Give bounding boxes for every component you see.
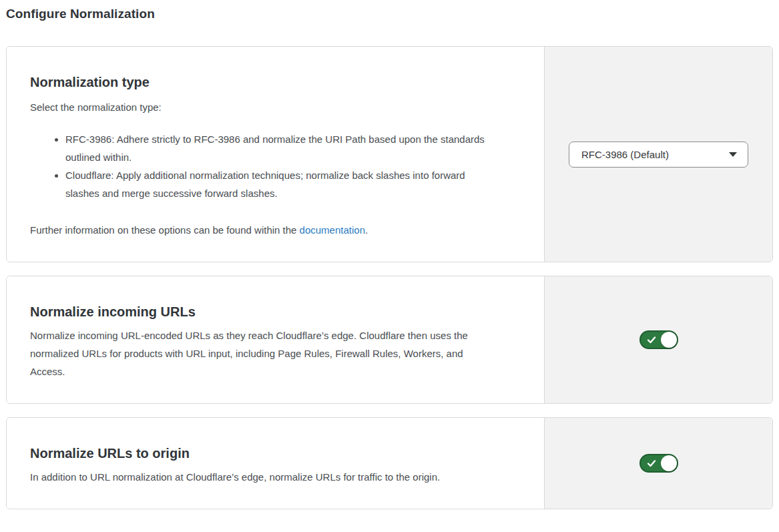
list-item: Cloudflare: Apply additional normalizati… bbox=[65, 166, 491, 202]
card-title: Normalize URLs to origin bbox=[30, 444, 517, 463]
toggle-knob bbox=[661, 455, 677, 471]
card-content: Normalize URLs to origin In addition to … bbox=[7, 418, 544, 509]
card-normalize-incoming-urls: Normalize incoming URLs Normalize incomi… bbox=[6, 276, 773, 404]
card-description: Normalize incoming URL-encoded URLs as t… bbox=[30, 326, 491, 380]
card-title: Normalization type bbox=[30, 73, 517, 91]
card-intro: Select the normalization type: bbox=[30, 98, 491, 116]
page-title: Configure Normalization bbox=[6, 7, 773, 21]
card-control-panel: RFC-3986 (Default) bbox=[544, 47, 772, 262]
list-item: RFC-3986: Adhere strictly to RFC-3986 an… bbox=[65, 130, 491, 166]
card-control-panel bbox=[544, 418, 772, 509]
select-value: RFC-3986 (Default) bbox=[581, 149, 729, 160]
footer-period: . bbox=[365, 224, 368, 236]
card-description: In addition to URL normalization at Clou… bbox=[30, 468, 491, 486]
card-content: Normalize incoming URLs Normalize incomi… bbox=[7, 276, 544, 403]
toggle-knob bbox=[661, 332, 677, 348]
card-control-panel bbox=[544, 276, 772, 403]
normalization-type-select[interactable]: RFC-3986 (Default) bbox=[569, 142, 748, 168]
card-content: Normalization type Select the normalizat… bbox=[7, 47, 544, 262]
check-icon bbox=[647, 335, 656, 344]
check-icon bbox=[647, 459, 656, 468]
footer-text: Further information on these options can… bbox=[30, 224, 300, 236]
card-normalization-type: Normalization type Select the normalizat… bbox=[6, 46, 773, 262]
normalize-incoming-urls-toggle[interactable] bbox=[639, 330, 678, 349]
chevron-down-icon bbox=[729, 152, 737, 157]
documentation-link[interactable]: documentation bbox=[300, 224, 365, 236]
normalize-urls-to-origin-toggle[interactable] bbox=[639, 454, 678, 473]
normalization-options-list: RFC-3986: Adhere strictly to RFC-3986 an… bbox=[30, 130, 491, 202]
card-normalize-urls-to-origin: Normalize URLs to origin In addition to … bbox=[6, 417, 773, 509]
card-footer-text: Further information on these options can… bbox=[30, 221, 491, 239]
card-title: Normalize incoming URLs bbox=[30, 302, 517, 321]
